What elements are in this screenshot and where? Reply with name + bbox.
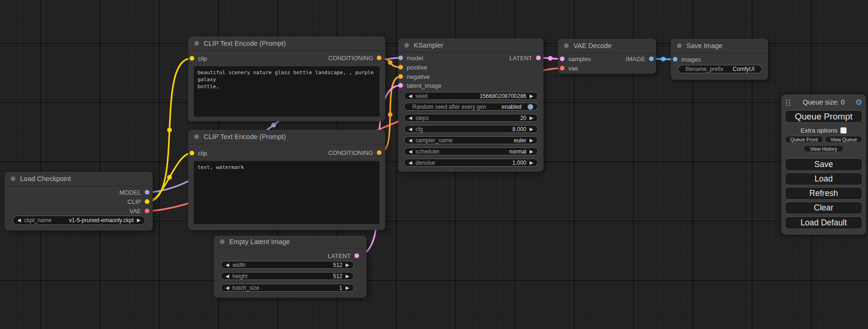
right-arrow-icon[interactable]: ▶ <box>346 286 349 290</box>
right-arrow-icon[interactable]: ▶ <box>529 116 533 120</box>
left-arrow-icon[interactable]: ◀ <box>226 286 229 290</box>
seed-widget[interactable]: ◀ seed 156680208700286 ▶ <box>404 92 538 100</box>
load-button[interactable]: Load <box>785 173 862 185</box>
conditioning-port-dot[interactable] <box>377 150 381 155</box>
port-label: samples <box>568 56 591 63</box>
port-label: LATENT <box>509 55 532 62</box>
left-arrow-icon[interactable]: ◀ <box>409 116 412 120</box>
node-title-bar[interactable]: CLIP Text Encode (Prompt) <box>188 36 385 51</box>
steps-widget[interactable]: ◀ steps 20 ▶ <box>404 114 538 122</box>
port-label: images <box>681 56 701 63</box>
left-arrow-icon[interactable]: ◀ <box>226 274 229 279</box>
gear-icon[interactable]: ⚙ <box>855 98 862 107</box>
vae-port-dot[interactable] <box>145 209 149 213</box>
widget-value: 20 <box>520 115 526 121</box>
node-ksampler[interactable]: KSampler model positive negative latent_… <box>398 38 543 172</box>
ckpt-name-widget[interactable]: ◀ ckpt_name v1-5-pruned-emaonly.ckpt ▶ <box>13 216 145 225</box>
node-title-bar[interactable]: VAE Decode <box>558 39 656 53</box>
model-port-dot[interactable] <box>398 56 403 60</box>
scheduler-widget[interactable]: ◀ scheduler normal ▶ <box>404 147 538 155</box>
node-title-bar[interactable]: CLIP Text Encode (Prompt) <box>188 130 385 144</box>
prompt-textarea[interactable]: beautiful scenery nature glass bottle la… <box>194 66 380 117</box>
queue-front-button[interactable]: Queue Front <box>785 136 823 143</box>
input-port-clip: clip <box>190 54 207 63</box>
widget-value: enabled <box>501 104 522 110</box>
refresh-button[interactable]: Refresh <box>785 187 862 200</box>
view-history-button[interactable]: View History <box>804 145 844 152</box>
node-graph-canvas[interactable]: Load Checkpoint MODEL CLIP VAE ◀ ckpt_na… <box>0 0 868 329</box>
denoise-widget[interactable]: ◀ denoise 1.000 ▶ <box>404 159 538 167</box>
output-port-latent: LATENT <box>328 251 359 260</box>
node-title-bar[interactable]: Load Checkpoint <box>5 172 153 186</box>
node-title: KSampler <box>414 42 444 49</box>
batch-size-widget[interactable]: ◀ batch_size 1 ▶ <box>221 284 354 292</box>
node-empty-latent-image[interactable]: Empty Latent Image LATENT ◀ width 512 ▶ … <box>214 236 367 298</box>
left-arrow-icon[interactable]: ◀ <box>409 149 412 154</box>
node-title: VAE Decode <box>573 42 612 49</box>
image-port-dot[interactable] <box>673 57 677 62</box>
port-label: vae <box>568 65 578 72</box>
node-status-dot <box>220 239 225 244</box>
vae-port-dot[interactable] <box>560 66 565 70</box>
left-arrow-icon[interactable]: ◀ <box>409 127 412 132</box>
node-title-bar[interactable]: KSampler <box>398 38 543 53</box>
node-save-image[interactable]: Save Image images filename_prefix ComfyU… <box>671 39 768 80</box>
drag-handle-icon[interactable] <box>785 99 790 106</box>
height-widget[interactable]: ◀ height 512 ▶ <box>221 272 354 280</box>
queue-prompt-button[interactable]: Queue Prompt <box>785 110 862 123</box>
clear-button[interactable]: Clear <box>785 202 862 214</box>
node-title: Save Image <box>686 42 722 49</box>
node-status-dot <box>564 43 569 48</box>
extra-options-row: Extra options <box>781 126 866 134</box>
extra-options-checkbox[interactable] <box>840 127 847 133</box>
right-arrow-icon[interactable]: ▶ <box>529 161 533 165</box>
latent-port-dot[interactable] <box>560 56 565 61</box>
right-arrow-icon[interactable]: ▶ <box>529 94 533 98</box>
widget-label: denoise <box>416 160 435 166</box>
port-label: IMAGE <box>626 56 645 63</box>
left-arrow-icon[interactable]: ◀ <box>17 218 21 223</box>
node-vae-decode[interactable]: VAE Decode samples vae IMAGE <box>558 39 656 74</box>
random-seed-toggle-widget[interactable]: Random seed after every gen enabled <box>404 103 538 111</box>
conditioning-port-dot[interactable] <box>398 74 403 79</box>
save-button[interactable]: Save <box>785 158 862 171</box>
right-arrow-icon[interactable]: ▶ <box>137 218 141 223</box>
view-queue-button[interactable]: View Queue <box>825 136 862 143</box>
widget-label: batch_size <box>233 285 259 291</box>
conditioning-port-dot[interactable] <box>377 56 381 60</box>
filename-prefix-widget[interactable]: filename_prefix ComfyUI <box>678 65 762 73</box>
right-arrow-icon[interactable]: ▶ <box>529 138 533 143</box>
clip-port-dot[interactable] <box>190 56 194 61</box>
node-status-dot <box>194 134 199 139</box>
right-arrow-icon[interactable]: ▶ <box>346 263 349 267</box>
latent-port-dot[interactable] <box>354 253 359 258</box>
toggle-on-dot[interactable] <box>528 104 533 110</box>
latent-port-dot[interactable] <box>398 83 403 88</box>
right-arrow-icon[interactable]: ▶ <box>529 149 533 154</box>
right-arrow-icon[interactable]: ▶ <box>529 127 533 132</box>
model-port-dot[interactable] <box>145 190 149 195</box>
left-arrow-icon[interactable]: ◀ <box>226 263 229 267</box>
node-title-bar[interactable]: Save Image <box>671 39 768 53</box>
sampler-name-widget[interactable]: ◀ sampler_name euler ▶ <box>404 136 538 144</box>
left-arrow-icon[interactable]: ◀ <box>409 161 412 165</box>
left-arrow-icon[interactable]: ◀ <box>409 94 412 98</box>
image-port-dot[interactable] <box>649 56 654 61</box>
left-arrow-icon[interactable]: ◀ <box>409 138 412 143</box>
node-load-checkpoint[interactable]: Load Checkpoint MODEL CLIP VAE ◀ ckpt_na… <box>5 172 153 231</box>
node-clip-text-encode-negative[interactable]: CLIP Text Encode (Prompt) clip CONDITION… <box>188 130 385 230</box>
input-port-negative: negative <box>398 72 430 81</box>
load-default-button[interactable]: Load Default <box>785 217 862 229</box>
conditioning-port-dot[interactable] <box>398 65 403 70</box>
clip-port-dot[interactable] <box>145 199 149 204</box>
clip-port-dot[interactable] <box>190 151 194 155</box>
latent-port-dot[interactable] <box>536 56 541 60</box>
right-arrow-icon[interactable]: ▶ <box>346 274 349 279</box>
prompt-textarea[interactable]: text, watermark <box>194 161 380 224</box>
cfg-widget[interactable]: ◀ cfg 8.000 ▶ <box>404 125 538 133</box>
node-title: CLIP Text Encode (Prompt) <box>204 40 286 47</box>
node-clip-text-encode-positive[interactable]: CLIP Text Encode (Prompt) clip CONDITION… <box>188 36 385 121</box>
width-widget[interactable]: ◀ width 512 ▶ <box>221 261 354 269</box>
widget-value: 512 <box>333 262 342 268</box>
node-title-bar[interactable]: Empty Latent Image <box>214 236 367 248</box>
